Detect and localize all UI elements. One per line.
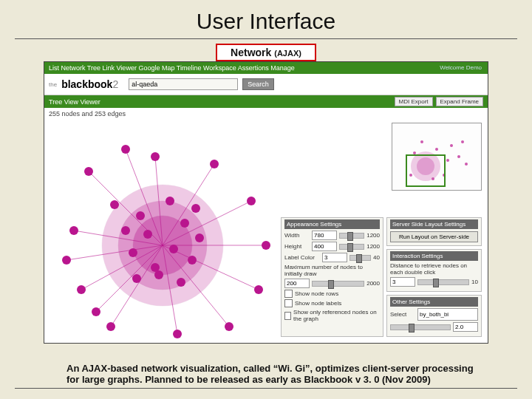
slide-caption: An AJAX-based network visualization, cal… xyxy=(66,364,488,386)
cb-show-node-labels[interactable] xyxy=(284,299,293,307)
label-color-slider[interactable] xyxy=(349,255,371,261)
svg-point-25 xyxy=(254,285,263,294)
height-label: Height xyxy=(284,243,310,250)
svg-point-20 xyxy=(106,322,115,331)
highlighted-tab: Network (AJAX) xyxy=(216,44,316,61)
viewer-header: Tree View Viewer MDI Export Expand Frame xyxy=(44,95,488,108)
svg-point-36 xyxy=(166,197,174,205)
select-dropdown[interactable] xyxy=(417,308,478,321)
minimap-viewport[interactable] xyxy=(406,154,446,187)
svg-point-35 xyxy=(129,248,137,257)
svg-point-41 xyxy=(195,233,204,242)
distance-input[interactable] xyxy=(390,277,415,287)
svg-point-58 xyxy=(420,140,423,143)
svg-point-29 xyxy=(62,256,71,265)
svg-point-49 xyxy=(435,148,438,151)
layout-panel-title: Server Side Layout Settings xyxy=(390,219,478,229)
width-label: Width xyxy=(284,232,310,239)
svg-point-30 xyxy=(92,307,100,316)
title-divider xyxy=(15,38,517,39)
interaction-panel-title: Interaction Settings xyxy=(390,251,478,261)
label-color-label: Label Color xyxy=(284,254,320,261)
height-slider[interactable] xyxy=(339,244,364,250)
max-nodes-input[interactable] xyxy=(284,279,310,288)
svg-point-45 xyxy=(177,278,185,287)
svg-point-37 xyxy=(143,230,152,239)
svg-point-21 xyxy=(151,152,160,161)
brand-bar: the blackbook2 Search xyxy=(44,74,488,95)
appearance-panel: Appearance Settings Width 1200 Height 12… xyxy=(281,217,383,337)
expand-frame-button[interactable]: Expand Frame xyxy=(436,97,483,106)
select-label: Select xyxy=(390,311,415,318)
svg-point-31 xyxy=(136,211,145,220)
appearance-panel-title: Appearance Settings xyxy=(284,219,380,229)
interaction-panel: Interaction Settings Distance to retriev… xyxy=(386,249,482,292)
tab-label: Network xyxy=(231,47,271,58)
visualization-area[interactable]: Appearance Settings Width 1200 Height 12… xyxy=(44,120,488,341)
distance-slider[interactable] xyxy=(417,279,469,285)
width-input[interactable] xyxy=(312,231,337,240)
svg-point-32 xyxy=(180,219,189,228)
svg-point-52 xyxy=(457,155,460,158)
svg-point-24 xyxy=(262,241,270,250)
svg-point-38 xyxy=(169,245,178,253)
other-panel-title: Other Settings xyxy=(390,297,478,307)
app-window: List Network Tree Link Viewer Google Map… xyxy=(44,61,488,344)
other-panel: Other Settings Select xyxy=(386,295,482,337)
max-nodes-slider[interactable] xyxy=(312,281,364,287)
svg-point-44 xyxy=(132,274,141,283)
cb-show-only-referenced[interactable] xyxy=(284,312,291,320)
max-nodes-max: 2000 xyxy=(366,280,380,287)
zoom-input[interactable] xyxy=(453,322,478,332)
height-input[interactable] xyxy=(312,242,337,251)
overview-minimap[interactable] xyxy=(392,123,482,191)
svg-point-42 xyxy=(110,200,119,209)
svg-point-50 xyxy=(446,159,449,162)
settings-panels: Appearance Settings Width 1200 Height 12… xyxy=(281,217,482,337)
distance-max: 10 xyxy=(471,279,478,285)
svg-point-23 xyxy=(247,197,256,205)
svg-point-18 xyxy=(69,226,78,235)
viewer-title: Tree View Viewer xyxy=(49,98,100,106)
svg-point-34 xyxy=(188,256,197,265)
search-button[interactable]: Search xyxy=(242,78,274,90)
svg-point-40 xyxy=(121,226,130,235)
svg-point-22 xyxy=(210,160,219,168)
footer-divider xyxy=(15,388,517,389)
svg-point-57 xyxy=(465,163,468,166)
run-layout-button[interactable]: Run Layout on Server-side xyxy=(390,231,478,242)
layout-panel: Server Side Layout Settings Run Layout o… xyxy=(386,217,482,246)
cb-show-node-rows[interactable] xyxy=(284,290,293,298)
svg-point-39 xyxy=(154,270,163,279)
label-color-input[interactable] xyxy=(322,253,347,262)
cb3-label: Show only referenced nodes on the graph xyxy=(293,309,380,322)
brand-name: blackbook xyxy=(61,78,112,90)
width-slider[interactable] xyxy=(339,233,364,239)
menu-items[interactable]: List Network Tree Link Viewer Google Map… xyxy=(49,64,295,72)
svg-point-27 xyxy=(173,330,182,338)
label-color-max: 40 xyxy=(373,254,380,261)
svg-point-56 xyxy=(461,140,464,143)
brand-prefix: the xyxy=(49,81,57,88)
height-max: 1200 xyxy=(366,243,380,250)
cb2-label: Show node labels xyxy=(295,300,341,307)
max-nodes-label: Maximum number of nodes to initially dra… xyxy=(284,264,380,277)
svg-point-43 xyxy=(191,204,200,213)
svg-point-28 xyxy=(121,145,130,154)
cb1-label: Show node rows xyxy=(295,290,338,297)
slide-title: User Interface xyxy=(0,0,532,38)
svg-point-26 xyxy=(225,322,233,331)
zoom-slider[interactable] xyxy=(390,324,451,330)
graph-stats: 255 nodes and 253 edges xyxy=(44,108,488,120)
search-input[interactable] xyxy=(129,78,238,90)
app-menu-bar[interactable]: List Network Tree Link Viewer Google Map… xyxy=(44,62,488,74)
export-button[interactable]: MDI Export xyxy=(395,97,433,106)
welcome-text: Welcome Demo xyxy=(440,62,482,74)
svg-point-51 xyxy=(450,144,453,147)
tab-suffix: (AJAX) xyxy=(274,49,301,58)
svg-point-19 xyxy=(77,285,86,294)
distance-label: Distance to retrieve nodes on each doubl… xyxy=(390,262,478,276)
brand-version: 2 xyxy=(112,78,118,90)
width-max: 1200 xyxy=(366,232,380,239)
svg-point-17 xyxy=(84,167,93,176)
